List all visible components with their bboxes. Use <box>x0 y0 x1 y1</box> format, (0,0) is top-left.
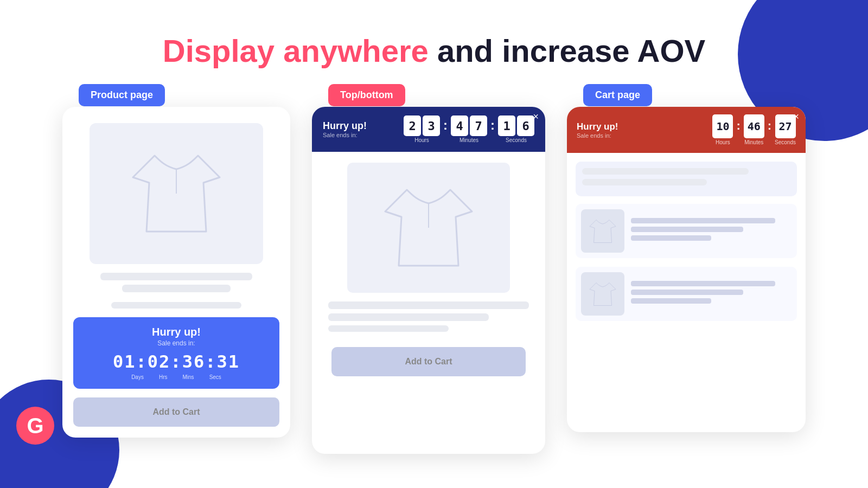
label-secs: Secs <box>209 374 221 380</box>
middle-shirt-icon <box>374 179 483 277</box>
shirt-icon <box>122 145 231 242</box>
sec-digit-2: 6 <box>517 115 534 136</box>
product-hurry-title: Hurry up! <box>84 326 269 338</box>
middle-product-area: Add to Cart <box>312 152 545 387</box>
colon-1: : <box>442 118 449 133</box>
top-bottom-wrapper: Top/bottom Hurry up! Sale ends in: 2 3 <box>312 96 545 454</box>
cards-container: Product page Hurry up! Sale ends <box>0 96 868 454</box>
cart-sec-digit: 27 <box>775 114 796 138</box>
cart-colon-2: : <box>767 119 773 133</box>
title-normal: and increase AOV <box>429 33 705 68</box>
cart-page-wrapper: Cart page Hurry up! Sale ends in: 10 <box>567 96 806 432</box>
cart-shirt-icon-1 <box>586 216 619 246</box>
cart-colon-1: : <box>735 119 741 133</box>
middle-product-img <box>347 163 510 293</box>
cart-minutes-group: 46 Minutes <box>744 114 764 145</box>
cart-item-line-2c <box>631 298 711 304</box>
minutes-group: 4 7 Minutes <box>451 115 487 143</box>
top-bottom-add-to-cart[interactable]: Add to Cart <box>331 347 526 376</box>
cart-item-img-2 <box>581 272 624 316</box>
cart-item-line-1b <box>631 227 743 232</box>
top-bottom-card: Hurry up! Sale ends in: 2 3 Hours : <box>312 107 545 454</box>
cart-min-digit: 46 <box>744 114 764 138</box>
label-days: Days <box>131 374 144 380</box>
cart-minutes-label: Minutes <box>744 139 763 145</box>
cart-hurry-title: Hurry up! <box>577 121 618 132</box>
cart-page-label: Cart page <box>583 84 652 106</box>
top-banner: Hurry up! Sale ends in: 2 3 Hours : <box>312 107 545 152</box>
min-digit-2: 7 <box>470 115 487 136</box>
seconds-digits: 1 6 <box>498 115 534 136</box>
cart-hour-digit: 10 <box>712 114 733 138</box>
product-page-card: Hurry up! Sale ends in: 01:02:36:31 Days… <box>62 107 290 438</box>
seconds-group: 1 6 Seconds <box>498 115 534 143</box>
label-hrs: Hrs <box>159 374 168 380</box>
cart-line-2 <box>582 179 707 185</box>
hours-label: Hours <box>414 137 429 143</box>
label-mins: Mins <box>183 374 194 380</box>
cart-item-img-1 <box>581 209 624 253</box>
minutes-label: Minutes <box>459 137 478 143</box>
cart-item-details-1 <box>631 218 792 244</box>
cart-banner: Hurry up! Sale ends in: 10 Hours : <box>567 107 806 153</box>
product-sale-ends: Sale ends in: <box>84 339 269 347</box>
middle-text-1 <box>328 301 529 309</box>
top-banner-left: Hurry up! Sale ends in: <box>323 120 367 138</box>
product-countdown-banner: Hurry up! Sale ends in: 01:02:36:31 Days… <box>73 317 279 389</box>
cart-shirt-icon-2 <box>586 279 619 309</box>
product-page-wrapper: Product page Hurry up! Sale ends <box>62 96 290 438</box>
cart-item-details-2 <box>631 281 792 307</box>
flip-clock: 2 3 Hours : 4 7 Minutes <box>404 115 534 143</box>
cart-sale-ends: Sale ends in: <box>577 132 618 139</box>
cart-item-line-2a <box>631 281 775 286</box>
top-bottom-label: Top/bottom <box>328 84 405 106</box>
middle-text-3 <box>328 325 449 332</box>
cart-hours-group: 10 Hours <box>712 114 733 145</box>
cart-seconds-group: 27 Seconds <box>775 114 796 145</box>
product-page-label: Product page <box>79 84 165 106</box>
cart-summary-area <box>576 162 797 196</box>
product-time-display: 01:02:36:31 <box>84 351 269 372</box>
middle-text-2 <box>328 313 489 321</box>
cart-line-1 <box>582 168 749 175</box>
g-logo: G <box>16 407 54 445</box>
product-text-line-2 <box>122 285 231 292</box>
top-banner-close[interactable]: × <box>533 111 539 123</box>
hours-group: 2 3 Hours <box>404 115 440 143</box>
product-image <box>90 123 263 264</box>
cart-flip-clock: 10 Hours : 46 Minutes : <box>712 114 796 145</box>
colon-2: : <box>489 118 496 133</box>
cart-body <box>567 153 806 338</box>
cart-item-line-1a <box>631 218 775 223</box>
title-highlight: Display anywhere <box>163 33 429 68</box>
sec-digit-1: 1 <box>498 115 515 136</box>
cart-item-line-1c <box>631 235 711 241</box>
hour-digit-1: 2 <box>404 115 421 136</box>
middle-text-lines <box>323 301 534 336</box>
seconds-label: Seconds <box>506 137 527 143</box>
product-text-line-1 <box>100 273 252 280</box>
cart-banner-left: Hurry up! Sale ends in: <box>577 121 618 139</box>
cart-page-card: Hurry up! Sale ends in: 10 Hours : <box>567 107 806 432</box>
top-banner-hurry: Hurry up! <box>323 120 367 132</box>
minutes-digits: 4 7 <box>451 115 487 136</box>
top-banner-sale-ends: Sale ends in: <box>323 132 367 138</box>
cart-item-1 <box>576 204 797 258</box>
cart-seconds-label: Seconds <box>775 139 796 145</box>
hours-digits: 2 3 <box>404 115 440 136</box>
cart-banner-close[interactable]: × <box>793 111 799 123</box>
product-text-line-3 <box>111 302 241 309</box>
product-time-labels: Days Hrs Mins Secs <box>84 374 269 380</box>
hour-digit-2: 3 <box>423 115 440 136</box>
product-add-to-cart[interactable]: Add to Cart <box>73 397 279 427</box>
cart-item-2 <box>576 267 797 321</box>
cart-item-line-2b <box>631 290 743 295</box>
cart-hours-label: Hours <box>716 139 730 145</box>
min-digit-1: 4 <box>451 115 468 136</box>
